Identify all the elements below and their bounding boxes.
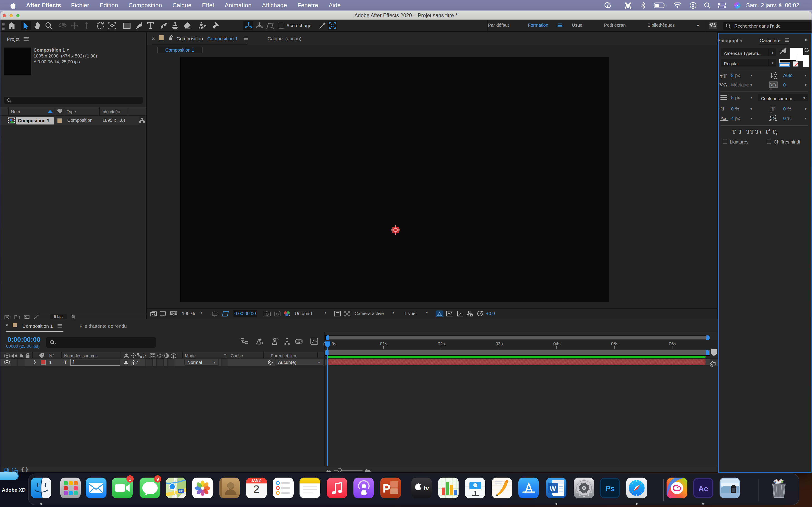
svg-text:P: P (383, 482, 391, 495)
svg-text:Ps: Ps (605, 484, 614, 493)
svg-text:Ae: Ae (698, 484, 708, 493)
svg-text:280: 280 (179, 490, 183, 493)
svg-text:tv: tv (423, 485, 429, 492)
svg-text:W: W (549, 485, 556, 492)
svg-text:あ: あ (771, 115, 775, 119)
